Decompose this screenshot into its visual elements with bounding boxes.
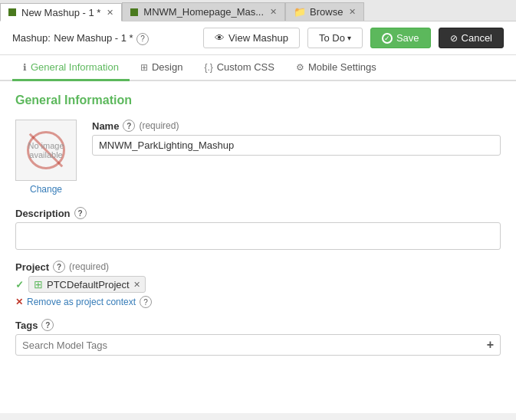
title-value: New Mashup - 1 * — [54, 32, 133, 44]
mobile-tab-label: Mobile Settings — [308, 61, 376, 73]
header: Mashup: New Mashup - 1 * ? 👁 View Mashup… — [0, 21, 516, 55]
eye-icon: 👁 — [215, 32, 225, 44]
tab-close-new-mashup[interactable]: ✕ — [107, 8, 113, 18]
project-tag-label: PTCDefaultProject — [47, 279, 130, 290]
change-image-link[interactable]: Change — [30, 184, 62, 195]
description-label-text: Description — [15, 208, 71, 219]
project-required: (required) — [69, 261, 109, 272]
remove-help-icon[interactable]: ? — [140, 296, 152, 308]
tags-label-text: Tags — [15, 320, 38, 331]
tab-label-mnwm: MNWM_Homepage_Mas... — [143, 6, 264, 18]
no-image-text: No image available — [16, 141, 76, 159]
remove-x-icon: ✕ — [15, 297, 23, 307]
name-field-group: Name ? (required) — [92, 120, 501, 156]
project-check-icon: ✓ — [15, 279, 24, 290]
tags-add-button[interactable]: + — [487, 338, 494, 352]
todo-dropdown-icon: ▾ — [347, 34, 351, 42]
css-tab-label: Custom CSS — [217, 61, 274, 73]
general-tab-label: General Information — [31, 61, 119, 73]
tab-label-browse: Browse — [310, 6, 343, 18]
cancel-label: Cancel — [462, 32, 492, 44]
view-mashup-label: View Mashup — [228, 32, 288, 44]
cancel-button[interactable]: ⊘ Cancel — [439, 28, 504, 48]
tab-browse[interactable]: 📁 Browse ✕ — [285, 2, 364, 21]
tab-new-mashup[interactable]: New Mashup - 1 * ✕ — [0, 3, 122, 21]
project-help-icon[interactable]: ? — [53, 261, 65, 273]
project-label-text: Project — [15, 261, 49, 273]
cancel-icon: ⊘ — [450, 33, 458, 44]
remove-project-row: ✕ Remove as project context ? — [15, 296, 501, 308]
name-required: (required) — [139, 120, 179, 131]
project-tag: ⊞ PTCDefaultProject ✕ — [28, 276, 146, 293]
name-label: Name ? (required) — [92, 120, 501, 132]
name-help-icon[interactable]: ? — [123, 120, 135, 132]
mobile-tab-icon: ⚙ — [296, 62, 304, 73]
tab-icon-new-mashup — [8, 8, 16, 16]
name-input[interactable] — [92, 135, 501, 156]
nav-tab-custom-css[interactable]: {.} Custom CSS — [193, 55, 285, 81]
tab-mnwm-homepage[interactable]: MNWM_Homepage_Mas... ✕ — [122, 2, 285, 21]
tags-label: Tags ? — [15, 319, 501, 331]
general-tab-icon: ℹ — [23, 62, 27, 73]
project-label: Project ? (required) — [15, 261, 501, 273]
save-icon: ✓ — [382, 33, 393, 44]
project-group: Project ? (required) ✓ ⊞ PTCDefaultProje… — [15, 261, 501, 308]
title-prefix: Mashup: — [12, 32, 51, 44]
nav-tab-bar: ℹ General Information ⊞ Design {.} Custo… — [0, 55, 516, 81]
remove-project-link[interactable]: Remove as project context — [27, 297, 136, 307]
css-tab-icon: {.} — [204, 62, 212, 73]
todo-label: To Do — [319, 32, 345, 44]
title-help-icon[interactable]: ? — [136, 33, 149, 45]
description-help-icon[interactable]: ? — [74, 207, 87, 219]
todo-button[interactable]: To Do ▾ — [307, 28, 363, 48]
no-image-box: No image available — [15, 120, 77, 181]
tab-icon-mnwm — [130, 8, 138, 16]
nav-tab-design[interactable]: ⊞ Design — [130, 55, 193, 81]
image-box: No image available Change — [15, 120, 77, 195]
name-label-text: Name — [92, 120, 119, 132]
tags-search-box: + — [15, 334, 501, 356]
view-mashup-button[interactable]: 👁 View Mashup — [203, 28, 300, 48]
tags-help-icon[interactable]: ? — [41, 319, 54, 331]
project-tag-icon: ⊞ — [34, 278, 43, 290]
description-label: Description ? — [15, 207, 501, 219]
tab-label-new-mashup: New Mashup - 1 * — [21, 7, 100, 18]
project-tag-remove[interactable]: ✕ — [133, 280, 140, 290]
description-group: Description ? — [15, 207, 501, 250]
project-tag-row: ✓ ⊞ PTCDefaultProject ✕ — [15, 276, 501, 293]
page-title: Mashup: New Mashup - 1 * ? — [12, 31, 196, 45]
save-label: Save — [396, 32, 419, 44]
tab-close-browse[interactable]: ✕ — [349, 7, 356, 17]
tab-bar: New Mashup - 1 * ✕ MNWM_Homepage_Mas... … — [0, 0, 516, 21]
image-name-row: No image available Change Name ? (requir… — [15, 120, 501, 195]
description-input[interactable] — [15, 222, 501, 250]
tags-group: Tags ? + — [15, 319, 501, 356]
design-tab-label: Design — [152, 61, 182, 73]
content-area: General Information No image available C… — [0, 81, 516, 413]
design-tab-icon: ⊞ — [140, 62, 148, 73]
save-button[interactable]: ✓ Save — [370, 28, 431, 48]
nav-tab-mobile[interactable]: ⚙ Mobile Settings — [285, 55, 387, 81]
section-heading: General Information — [15, 94, 501, 107]
folder-icon: 📁 — [294, 6, 306, 18]
tab-close-mnwm[interactable]: ✕ — [270, 7, 277, 17]
nav-tab-general[interactable]: ℹ General Information — [12, 55, 130, 81]
tags-search-input[interactable] — [22, 340, 487, 351]
